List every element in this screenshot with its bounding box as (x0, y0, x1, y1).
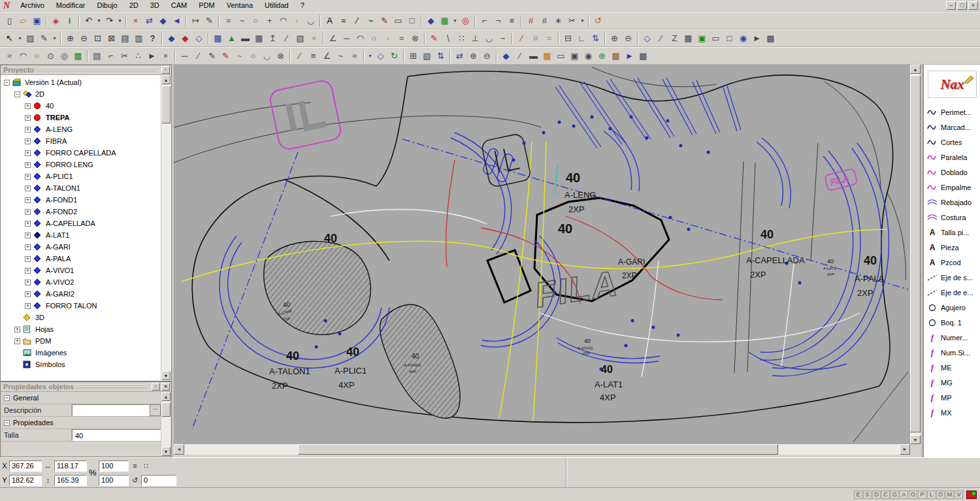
slash3-icon[interactable]: ∕ (191, 49, 205, 63)
status-flag-c-3[interactable]: C (881, 491, 890, 499)
send-icon[interactable]: ► (750, 31, 764, 45)
star-icon[interactable]: ∗ (551, 14, 565, 27)
hatch-green-icon[interactable]: ▦ (71, 49, 85, 63)
package-icon[interactable]: ▦ (609, 49, 623, 63)
corner-ne-icon[interactable]: ¬ (491, 14, 505, 27)
help-icon[interactable]: ? (146, 31, 159, 45)
spline-icon[interactable]: ~ (364, 14, 378, 27)
drawing-canvas[interactable]: FILA FILA 40A-LENG2XP40404040A-CAPELLADA… (174, 65, 910, 444)
tree-item-a-leng[interactable]: +A-LENG (1, 123, 161, 135)
tree-item-forro-leng[interactable]: +FORRO LENG (1, 159, 161, 170)
pen-tool-icon[interactable]: ✎ (37, 31, 51, 45)
section-collapse-icon[interactable]: − (4, 420, 10, 426)
select-menu-icon[interactable]: ▾ (16, 31, 24, 45)
tree-item-s-mbolos[interactable]: Símbolos (1, 359, 161, 370)
zoom-out-icon[interactable]: ⊖ (77, 31, 91, 45)
tool-boq-1[interactable]: Boq. 1 (924, 315, 980, 330)
menu-modificar[interactable]: Modificar (50, 1, 91, 10)
panel-dock-button[interactable]: ▫ (161, 66, 170, 74)
status-flag-a-5[interactable]: A (900, 491, 908, 499)
eye-icon[interactable]: ◉ (581, 49, 595, 63)
scroll-down-icon[interactable]: ▼ (161, 371, 171, 380)
clone-icon[interactable]: ◆ (156, 14, 170, 27)
properties-scrollbar[interactable]: ▲ ▼ (161, 392, 171, 456)
status-flag-o-6[interactable]: O (909, 491, 917, 499)
undo-menu-icon[interactable]: ▾ (95, 14, 103, 27)
globe-icon[interactable]: ◉ (736, 31, 750, 45)
dots-icon[interactable]: ∷ (455, 31, 468, 45)
ellipse-icon[interactable]: ○ (30, 49, 44, 63)
tool-me[interactable]: fME (924, 360, 980, 375)
box-cut-icon[interactable]: ⊟ (561, 31, 575, 45)
expand-toggle-icon[interactable]: + (25, 221, 31, 227)
property-value-field[interactable] (72, 404, 150, 416)
tree-item-a-pala[interactable]: +A-PALA (1, 253, 161, 265)
save-icon[interactable]: ▣ (30, 14, 44, 27)
scale-x-value[interactable]: 100 (99, 461, 129, 472)
print-icon[interactable]: ▤ (118, 31, 132, 45)
hash-red-icon[interactable]: # (524, 14, 538, 27)
tree-item-a-vivo2[interactable]: +A-VIVO2 (1, 276, 161, 288)
canvas-horizontal-scrollbar[interactable]: ◄ ► (174, 444, 910, 455)
status-flag-l-8[interactable]: L (927, 491, 936, 499)
tool-mg[interactable]: fMG (924, 375, 980, 390)
tree-item-a-capellada[interactable]: +A-CAPELLADA (1, 218, 161, 229)
menu-pdm[interactable]: PDM (193, 1, 220, 10)
new-icon[interactable]: ▯ (3, 14, 16, 27)
expand-toggle-icon[interactable]: + (25, 174, 31, 180)
tool-doblado[interactable]: Doblado (924, 165, 980, 180)
diamond-red-icon[interactable]: ◆ (178, 31, 192, 45)
comb-icon[interactable]: ≡ (306, 49, 320, 63)
scroll-up-icon[interactable]: ▲ (161, 392, 171, 401)
tool-marcad[interactable]: Marcad... (924, 120, 980, 135)
hash-gray-icon[interactable]: # (529, 31, 542, 45)
pen-icon[interactable]: ✎ (203, 14, 216, 27)
more-menu-icon[interactable]: ▾ (579, 14, 586, 27)
corner3-icon[interactable]: ⌐ (104, 49, 118, 63)
play-icon[interactable]: ► (145, 49, 159, 63)
scale-y-value[interactable]: 100 (99, 475, 129, 486)
info-icon[interactable]: i (63, 14, 76, 27)
clear-icon[interactable]: × (307, 31, 321, 45)
scroll-thumb[interactable] (161, 86, 171, 123)
scroll-up-icon[interactable]: ▲ (161, 75, 171, 84)
menu-dibujo[interactable]: Dibujo (91, 1, 123, 10)
expand-toggle-icon[interactable]: + (25, 138, 31, 144)
oval-icon[interactable]: ⊙ (44, 49, 57, 63)
open-icon[interactable]: ▱ (16, 14, 30, 27)
diamond-blue-icon[interactable]: ◆ (165, 31, 178, 45)
menu-ventana[interactable]: Ventana (221, 1, 259, 10)
measure-icon[interactable]: ↦ (189, 14, 203, 27)
tv-icon[interactable]: ▭ (554, 49, 568, 63)
expand-toggle-icon[interactable]: + (25, 150, 31, 156)
diamond-sm-icon[interactable]: ◇ (640, 31, 654, 45)
tangent-icon[interactable]: ◡ (304, 14, 318, 27)
corner-nw-icon[interactable]: ⌐ (478, 14, 491, 27)
expand-toggle-icon[interactable]: + (25, 303, 31, 309)
scroll-down-icon[interactable]: ▼ (910, 435, 921, 444)
arc3-icon[interactable]: ◠ (16, 49, 30, 63)
status-flag-p-7[interactable]: P (918, 491, 926, 499)
tool-mp[interactable]: fMP (924, 390, 980, 405)
image-tool-icon[interactable]: ▣ (695, 31, 709, 45)
dots2-icon[interactable]: ∴ (131, 49, 145, 63)
angle3-icon[interactable]: ∠ (320, 49, 334, 63)
wave3-icon[interactable]: ≈ (542, 31, 556, 45)
export-icon[interactable]: ◈ (49, 14, 63, 27)
status-flag-e-0[interactable]: E (854, 491, 862, 499)
tool-num-si[interactable]: fNum.Si... (924, 345, 980, 360)
curve2-icon[interactable]: ◡ (482, 31, 496, 45)
tree-item-pdm[interactable]: +PDM (1, 335, 161, 347)
scissors-icon[interactable]: ✂ (565, 14, 579, 27)
ruler-h-icon[interactable]: ▬ (238, 31, 252, 45)
rect-icon[interactable]: □ (405, 14, 419, 27)
arc4-icon[interactable]: ◡ (260, 49, 274, 63)
hatch3-icon[interactable]: ▧ (420, 49, 434, 63)
zigzag-icon[interactable]: ≈ (395, 31, 408, 45)
zoom-window-icon[interactable]: ⊡ (91, 31, 105, 45)
hatch2-icon[interactable]: ▧ (293, 31, 307, 45)
height-value[interactable]: 165.39 (54, 475, 87, 486)
slash2-icon[interactable]: ∕ (654, 31, 668, 45)
close-button[interactable]: × (968, 1, 978, 10)
expand-toggle-icon[interactable]: + (25, 209, 31, 215)
